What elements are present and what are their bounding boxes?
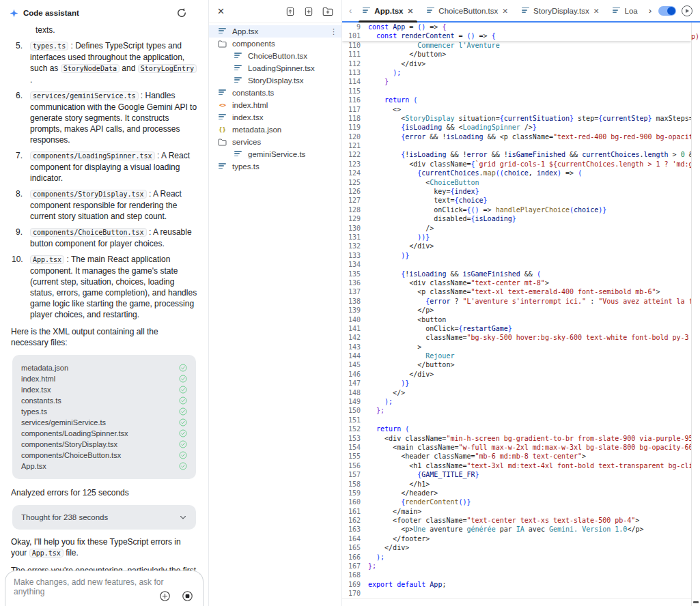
- code-line: 154 <main className="w-full max-w-2xl md…: [342, 443, 691, 452]
- line-number: 138: [342, 297, 361, 306]
- tree-item-app-tsx[interactable]: App.tsx⋮: [209, 25, 341, 38]
- code-line: 114 }: [342, 77, 691, 86]
- code-line: 144 Rejouer: [342, 351, 691, 360]
- tree-item-storydisplay-tsx[interactable]: StoryDisplay.tsx: [209, 74, 341, 87]
- tsx-file-icon: [427, 8, 434, 14]
- upload-file-icon[interactable]: [285, 7, 295, 16]
- line-number: 119: [342, 123, 361, 132]
- tree-item-types-ts[interactable]: types.ts: [209, 160, 341, 173]
- code-line: 157 {GAME_TITLE_FR}: [342, 470, 691, 479]
- kebab-menu-icon[interactable]: ⋮: [330, 27, 337, 36]
- chat-composer[interactable]: Make changes, add new features, ask for …: [5, 571, 204, 606]
- add-attachment-icon[interactable]: [159, 590, 171, 602]
- line-number: 163: [342, 525, 361, 534]
- line-number: 167: [342, 562, 361, 571]
- line-number: 130: [342, 224, 361, 233]
- tab-app-tsx[interactable]: App.tsx✕: [356, 0, 420, 21]
- editor-body[interactable]: 9const App = () => {101 const renderCont…: [342, 23, 700, 606]
- check-circle-icon: [179, 364, 187, 372]
- check-circle-icon: [179, 462, 187, 470]
- inline-code: StoryLogEntry: [138, 64, 197, 73]
- file-description-list: 5.types.ts : Defines TypeScript types an…: [11, 40, 197, 320]
- line-number: 133: [342, 251, 361, 260]
- close-icon[interactable]: ✕: [217, 6, 231, 16]
- code-line: 117 <>: [342, 105, 691, 114]
- thought-label: Thought for 238 seconds: [21, 512, 179, 523]
- line-number: 150: [342, 406, 361, 415]
- code-line: 145 </button>: [342, 360, 691, 369]
- inline-code: components/LoadingSpinner.tsx: [30, 152, 155, 160]
- xml-intro-text: Here is the XML output containing all th…: [11, 326, 197, 348]
- tab-choicebutton-tsx[interactable]: ChoiceButton.tsx✕: [420, 0, 515, 21]
- code-line: 115: [342, 87, 691, 96]
- new-file-icon[interactable]: [304, 7, 313, 16]
- list-item: 10.App.tsx : The main React application …: [11, 254, 197, 320]
- tab-storydisplay-tsx[interactable]: StoryDisplay.tsx✕: [515, 0, 606, 21]
- code-area[interactable]: 9const App = () => {101 const renderCont…: [342, 23, 691, 606]
- code-line: 169export default App;: [342, 580, 691, 589]
- new-folder-icon[interactable]: [322, 7, 333, 16]
- code-line: 111 </button>: [342, 50, 691, 59]
- line-number: 136: [342, 278, 361, 287]
- tab-close-icon[interactable]: ✕: [408, 7, 414, 15]
- line-number: 151: [342, 416, 361, 424]
- tree-item-geminiservice-ts[interactable]: geminiService.ts: [209, 148, 341, 160]
- tab-label: ChoiceButton.tsx: [438, 7, 498, 15]
- generated-file-row: metadata.json: [21, 362, 187, 373]
- line-number: 146: [342, 370, 361, 379]
- editor-scrollbar[interactable]: [691, 23, 700, 606]
- code-line: 135 {!isLoading && isGameFinished && (: [342, 270, 691, 278]
- check-circle-icon: [179, 375, 187, 383]
- tree-item-label: App.tsx: [232, 27, 258, 35]
- code-line: 166 );: [342, 553, 691, 562]
- line-number: 155: [342, 452, 361, 461]
- line-number: 132: [342, 242, 361, 250]
- tree-item-loadingspinner-tsx[interactable]: LoadingSpinner.tsx: [209, 62, 341, 74]
- line-number: 148: [342, 388, 361, 397]
- tab-close-icon[interactable]: ✕: [502, 7, 508, 15]
- code-line: 147 )}: [342, 379, 691, 388]
- generated-file-name: services/geminiService.ts: [21, 417, 106, 428]
- code-line: 123 <div className={`grid grid-cols-1 ${…: [342, 160, 691, 169]
- tree-item-components[interactable]: components: [209, 38, 341, 50]
- tab-loa[interactable]: Loa: [606, 0, 644, 21]
- tabs-scroll-left-icon[interactable]: ‹: [345, 5, 356, 16]
- tree-item-label: index.html: [232, 101, 268, 109]
- refresh-icon[interactable]: [176, 7, 188, 19]
- generated-file-row: components/ChoiceButton.tsx: [21, 450, 187, 461]
- list-item-number: 9.: [11, 227, 30, 249]
- tree-item-metadata-json[interactable]: {}metadata.json: [209, 124, 341, 136]
- generated-file-row: components/StoryDisplay.tsx: [21, 439, 187, 450]
- scrollbar-thumb[interactable]: [693, 601, 699, 603]
- tabs-scroll-right-icon[interactable]: ›: [645, 5, 656, 16]
- tab-close-icon[interactable]: ✕: [593, 7, 600, 15]
- editor-bottom-divider: [342, 598, 691, 599]
- code-line: 161 </main>: [342, 507, 691, 516]
- line-number: 114: [342, 77, 361, 86]
- tree-item-index-html[interactable]: <>index.html: [209, 99, 341, 111]
- code-line: 168: [342, 571, 691, 579]
- tree-item-constants-ts[interactable]: constants.ts: [209, 87, 341, 99]
- explorer-header: ✕: [209, 0, 341, 23]
- thought-summary-toggle[interactable]: Thought for 238 seconds: [12, 505, 196, 530]
- tree-item-index-tsx[interactable]: index.tsx: [209, 111, 341, 124]
- tree-item-choicebutton-tsx[interactable]: ChoiceButton.tsx: [209, 50, 341, 62]
- tree-item-label: services: [232, 138, 261, 146]
- folder-icon: [218, 139, 227, 146]
- run-button[interactable]: [682, 5, 692, 16]
- line-number: 115: [342, 87, 361, 96]
- line-number: 122: [342, 150, 361, 159]
- tsx-file-icon: [219, 28, 226, 35]
- list-item: 7.components/LoadingSpinner.tsx : A Reac…: [11, 150, 197, 184]
- send-stop-icon[interactable]: [182, 590, 193, 602]
- message-paragraph: The errors you're encountering, particul…: [11, 565, 197, 571]
- preview-toggle[interactable]: [658, 6, 676, 16]
- line-number: 169: [342, 580, 361, 589]
- generated-file-name: components/LoadingSpinner.tsx: [21, 428, 128, 439]
- code-line: 133 )}: [342, 251, 691, 260]
- check-circle-icon: [179, 440, 187, 448]
- panel-title: Code assistant: [23, 9, 171, 17]
- code-line: 119 {isLoading && <LoadingSpinner />}: [342, 123, 691, 132]
- line-number: 124: [342, 169, 361, 177]
- tree-item-services[interactable]: services: [209, 136, 341, 148]
